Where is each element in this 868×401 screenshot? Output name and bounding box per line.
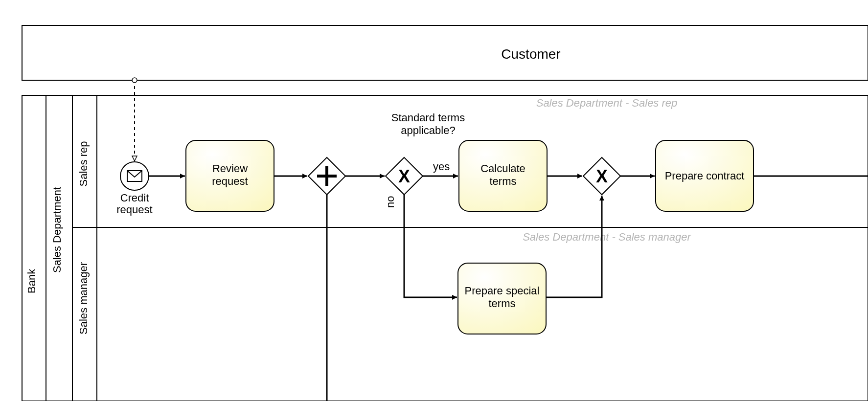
flow-yes-label: yes [433,160,450,173]
bpmn-diagram: Customer Bank Sales Department Sales rep… [0,0,868,401]
task-calculate-terms[interactable]: Calculate terms [459,140,547,211]
message-icon [127,171,142,181]
task-special-l1: Prepare special [465,285,540,297]
x-icon: X [398,166,410,186]
svg-rect-1 [22,25,868,80]
lane-sales-manager-title: Sales manager [77,262,90,334]
task-review-request-l1: Review [212,162,248,175]
lane-sales-rep-title: Sales rep [77,141,90,187]
task-review-request-l2: request [212,175,248,187]
x-icon: X [596,166,608,186]
lane-sales-rep-watermark: Sales Department - Sales rep [536,97,678,109]
task-prepare-special-terms[interactable]: Prepare special terms [458,263,546,334]
task-special-l2: terms [489,297,516,310]
flow-no-label: no [384,196,396,208]
pool-customer-title: Customer [501,46,560,62]
lane-sales-manager-watermark: Sales Department - Sales manager [523,231,691,243]
task-calculate-terms-l2: terms [490,175,517,187]
pool-bank-title: Bank [25,268,38,293]
gateway-split-label-l1: Standard terms [391,111,465,124]
task-review-request[interactable]: Review request [186,140,274,211]
task-prepare-contract-label: Prepare contract [665,170,745,182]
task-prepare-contract[interactable]: Prepare contract [656,140,754,211]
start-event-label-l1: Credit [120,192,149,204]
gateway-split-label-l2: applicable? [401,124,455,136]
lane-sales-department-title: Sales Department [51,187,63,273]
start-event-label-l2: request [116,203,152,216]
pool-customer[interactable]: Customer [22,25,868,80]
task-calculate-terms-l1: Calculate [480,162,525,175]
